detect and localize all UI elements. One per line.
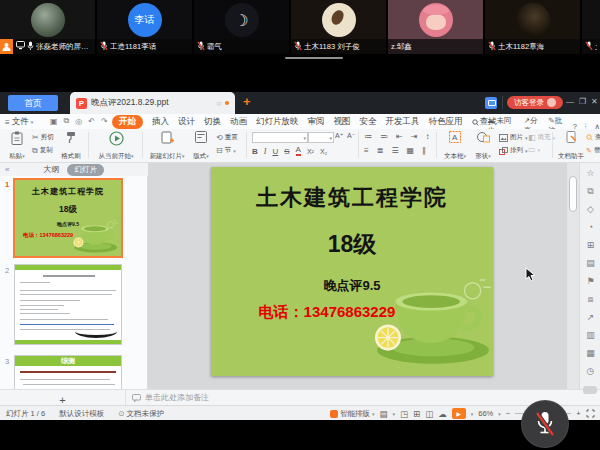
minimize-button[interactable]: —: [566, 97, 574, 106]
pie-icon[interactable]: ◔: [580, 223, 600, 232]
participant-tile[interactable]: 土木: [582, 0, 600, 54]
undo-icon[interactable]: ↶: [88, 117, 95, 126]
shrink-font-button[interactable]: A⁻: [347, 132, 355, 140]
participant-tile[interactable]: 张磊老师的屏…: [0, 0, 95, 54]
outdent-icon[interactable]: ⇤: [396, 132, 403, 141]
zoom-level[interactable]: 66%: [478, 409, 493, 418]
align-right-icon[interactable]: ☰: [391, 146, 398, 155]
notes-view-icon[interactable]: ▤: [380, 409, 388, 419]
star-icon[interactable]: ☆: [580, 169, 600, 178]
columns-icon[interactable]: ▥: [580, 331, 600, 340]
grid-icon[interactable]: ⊞: [580, 241, 600, 250]
tab-security[interactable]: 安全: [360, 116, 377, 128]
save-icon[interactable]: ▣: [50, 117, 58, 126]
notes-bar[interactable]: 单击此处添加备注: [125, 389, 600, 405]
assistant-icon[interactable]: [485, 97, 497, 109]
subscript-button[interactable]: X₂: [320, 148, 327, 155]
tab-home[interactable]: 开始: [112, 115, 143, 129]
bullets-icon[interactable]: ≔: [364, 132, 372, 141]
slideshow-play-button[interactable]: ▶: [452, 408, 466, 419]
restore-button[interactable]: ❐: [579, 97, 586, 106]
table-icon[interactable]: ▦: [580, 349, 600, 358]
slide-thumbnail-2[interactable]: [14, 264, 122, 345]
new-slide-button[interactable]: 新建幻灯片▾: [147, 131, 187, 159]
strip-scroll-indicator[interactable]: [285, 57, 343, 59]
copy-button[interactable]: ⧉复制: [32, 146, 53, 155]
participant-tile[interactable]: 土木1183 刘子俊: [291, 0, 386, 54]
participant-tile[interactable]: z.邹鑫: [388, 0, 483, 54]
outline-tab[interactable]: 大纲: [43, 164, 59, 175]
close-button[interactable]: ✕: [591, 97, 598, 106]
share-panel-icon[interactable]: ↗: [580, 313, 600, 322]
flag-icon[interactable]: ⚑: [580, 277, 600, 286]
tab-review[interactable]: 审阅: [308, 116, 325, 128]
participant-tile[interactable]: ☽ 霸气: [194, 0, 289, 54]
lamp-icon[interactable]: ○: [216, 99, 221, 108]
smart-layout-button[interactable]: 智能排版▾: [330, 409, 375, 419]
document-tab[interactable]: P 晚点评2021.8.29.ppt ○: [70, 92, 235, 114]
slide-thumbnail-3[interactable]: 综测: [14, 355, 122, 389]
scrollbar-track[interactable]: [566, 163, 579, 389]
list-icon[interactable]: ▤: [580, 259, 600, 268]
fullscreen-icon[interactable]: [586, 409, 595, 418]
tab-devtools[interactable]: 开发工具: [386, 116, 420, 128]
meeting-mic-button[interactable]: [521, 400, 569, 448]
indent-icon[interactable]: ⇥: [411, 132, 418, 141]
strikethrough-button[interactable]: S: [284, 147, 289, 156]
reading-view-icon[interactable]: ◫: [425, 409, 433, 419]
replace-button[interactable]: ✎ 替换: [586, 146, 600, 155]
play-from-current-button[interactable]: 从当前开始▾: [93, 131, 139, 159]
tab-animation[interactable]: 动画: [230, 116, 247, 128]
doc-helper-button[interactable]: 文档助手: [556, 131, 586, 159]
bold-button[interactable]: B: [252, 147, 258, 156]
layout-button[interactable]: 版式▾: [189, 131, 213, 159]
panel-collapse-button[interactable]: «: [5, 165, 9, 174]
align-center-icon[interactable]: ≣: [377, 146, 384, 155]
clock-icon[interactable]: ◷: [580, 367, 600, 376]
tab-design[interactable]: 设计: [178, 116, 195, 128]
zoom-out-button[interactable]: −: [506, 409, 510, 418]
grow-font-button[interactable]: A⁺: [335, 132, 343, 140]
normal-view-icon[interactable]: ◳: [400, 409, 408, 419]
tab-view[interactable]: 视图: [334, 116, 351, 128]
layers-icon[interactable]: ⧈: [580, 295, 600, 304]
font-color-button[interactable]: A: [296, 146, 301, 156]
align-left-icon[interactable]: ≡: [364, 146, 369, 155]
protection-status[interactable]: ⊙ 文档未保护: [118, 409, 164, 419]
paste-button[interactable]: 粘贴▾: [5, 131, 29, 159]
reset-button[interactable]: ⟲重置: [216, 133, 238, 142]
redo-icon[interactable]: ↷: [101, 117, 108, 126]
section-button[interactable]: ⊟节▾: [216, 146, 236, 155]
cut-button[interactable]: ✂剪切: [32, 133, 54, 142]
scrollbar-thumb[interactable]: [569, 176, 577, 212]
panels-icon[interactable]: ⧉: [580, 187, 600, 196]
superscript-button[interactable]: X²: [307, 148, 314, 155]
arrange-button[interactable]: 排列▾: [499, 146, 528, 155]
format-painter-button[interactable]: 格式刷: [58, 131, 84, 159]
tab-special-apps[interactable]: 特色应用: [429, 116, 463, 128]
slide-thumbnail-1[interactable]: 土木建筑工程学院 18级 晚点评9.5 电话：13476863229: [13, 178, 123, 258]
table-align-icon[interactable]: ▦: [407, 146, 415, 155]
line-spacing-icon[interactable]: ↕: [425, 132, 429, 141]
tab-transition[interactable]: 切换: [204, 116, 221, 128]
file-menu[interactable]: ≡ 文件 ▾: [5, 116, 33, 128]
preview-icon[interactable]: ◎: [75, 117, 82, 126]
font-size-select[interactable]: ▾: [308, 132, 334, 143]
scroll-corner-tab[interactable]: [583, 386, 597, 394]
columns-icon[interactable]: ∥: [422, 146, 426, 155]
find-button[interactable]: 查找: [586, 133, 600, 142]
slide-canvas[interactable]: 土木建筑工程学院 18级 晚点评9.5 电话：13476863229: [211, 167, 493, 376]
textbox-button[interactable]: A 文本框▾: [441, 131, 469, 159]
participant-tile[interactable]: 李话 工造1181李话: [97, 0, 192, 54]
new-tab-button[interactable]: +: [243, 94, 251, 109]
print-icon[interactable]: ⧉: [64, 116, 70, 126]
picture-button[interactable]: 图片▾: [499, 133, 528, 142]
home-tab[interactable]: 首页: [8, 95, 58, 111]
guest-login-button[interactable]: 访客登录: [507, 96, 563, 109]
participant-tile[interactable]: 土木1182章海: [485, 0, 580, 54]
design-template-label[interactable]: 默认设计模板: [59, 409, 104, 419]
tab-insert[interactable]: 插入: [152, 116, 169, 128]
font-name-select[interactable]: ▾: [252, 132, 308, 143]
tab-slideshow[interactable]: 幻灯片放映: [256, 116, 299, 128]
shape-icon[interactable]: ◇: [580, 205, 600, 214]
